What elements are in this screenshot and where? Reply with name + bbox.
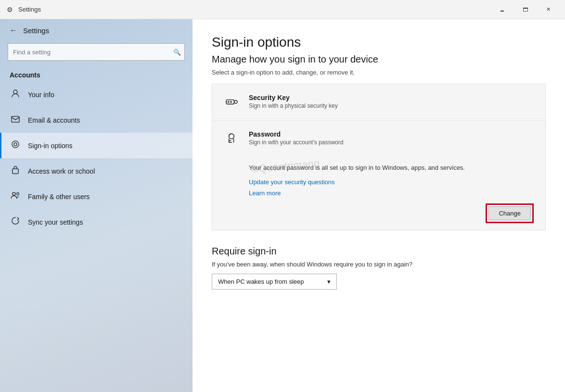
password-title: Password bbox=[249, 130, 343, 138]
maximize-button[interactable]: 🗖 bbox=[514, 2, 536, 17]
security-key-text: Security Key Sign in with a physical sec… bbox=[249, 94, 338, 109]
titlebar-controls: 🗕 🗖 ✕ bbox=[491, 2, 559, 17]
minimize-button[interactable]: 🗕 bbox=[491, 2, 513, 17]
sidebar-back-button[interactable]: ← Settings bbox=[0, 19, 193, 41]
search-input[interactable] bbox=[8, 43, 185, 61]
app-container: ← Settings 🔍 Accounts Your info bbox=[0, 19, 565, 392]
settings-window-icon: ⚙ bbox=[6, 6, 13, 13]
svg-point-5 bbox=[13, 192, 15, 195]
security-key-icon bbox=[222, 92, 241, 111]
learn-more-link[interactable]: Learn more bbox=[249, 190, 536, 197]
svg-rect-10 bbox=[230, 101, 232, 103]
titlebar: ⚙ Settings 🗕 🗖 ✕ bbox=[0, 0, 565, 19]
sidebar-section-title: Accounts bbox=[0, 64, 193, 82]
svg-rect-4 bbox=[13, 169, 18, 174]
family-users-icon bbox=[10, 190, 21, 202]
password-text: Password Sign in with your account's pas… bbox=[249, 130, 343, 146]
page-title: Sign-in options bbox=[212, 35, 546, 50]
sidebar-search-container: 🔍 bbox=[8, 43, 185, 61]
manage-title: Manage how you sign in to your device bbox=[212, 54, 546, 65]
sleep-dropdown[interactable]: When PC wakes up from sleep ▾ bbox=[212, 274, 337, 290]
svg-rect-1 bbox=[12, 116, 19, 122]
main-content: Sign-in options Manage how you sign in t… bbox=[193, 19, 565, 392]
sidebar-item-your-info-label: Your info bbox=[28, 91, 54, 99]
change-button[interactable]: Change bbox=[488, 206, 531, 220]
security-key-subtitle: Sign in with a physical security key bbox=[249, 102, 338, 109]
sidebar-item-your-info[interactable]: Your info bbox=[0, 82, 193, 107]
password-expanded: Your account password is all set up to s… bbox=[212, 155, 545, 230]
search-icon[interactable]: 🔍 bbox=[173, 49, 181, 56]
sign-in-options-icon bbox=[10, 139, 21, 152]
svg-point-0 bbox=[13, 90, 17, 94]
svg-rect-9 bbox=[228, 101, 230, 103]
sleep-dropdown-value: When PC wakes up from sleep bbox=[218, 278, 304, 285]
svg-point-3 bbox=[12, 141, 19, 148]
access-work-icon bbox=[10, 165, 21, 177]
sidebar-item-sign-in-options-label: Sign-in options bbox=[28, 142, 73, 150]
close-button[interactable]: ✕ bbox=[537, 2, 559, 17]
sync-settings-icon bbox=[10, 216, 21, 228]
password-icon bbox=[222, 128, 241, 148]
require-signin-section: Require sign-in If you've been away, whe… bbox=[212, 246, 546, 290]
sidebar-item-sync-settings-label: Sync your settings bbox=[28, 218, 83, 226]
sidebar-item-family-users-label: Family & other users bbox=[28, 193, 90, 201]
sidebar-item-sign-in-options[interactable]: Sign-in options bbox=[0, 133, 193, 158]
titlebar-title: Settings bbox=[18, 6, 41, 13]
titlebar-left: ⚙ Settings bbox=[6, 6, 41, 13]
sidebar-item-email-accounts[interactable]: Email & accounts bbox=[0, 107, 193, 133]
password-subtitle: Sign in with your account's password bbox=[249, 139, 343, 146]
password-header[interactable]: Password Sign in with your account's pas… bbox=[212, 121, 545, 155]
sidebar-app-title: Settings bbox=[23, 26, 49, 35]
svg-point-6 bbox=[17, 193, 19, 195]
sidebar-item-family-users[interactable]: Family & other users bbox=[0, 184, 193, 209]
sidebar-item-sync-settings[interactable]: Sync your settings bbox=[0, 209, 193, 235]
sidebar-item-access-work-label: Access work or school bbox=[28, 167, 95, 175]
back-arrow-icon: ← bbox=[10, 26, 17, 35]
select-subtitle: Select a sign-in option to add, change, … bbox=[212, 69, 546, 76]
password-option: Password Sign in with your account's pas… bbox=[212, 120, 546, 230]
svg-point-8 bbox=[234, 101, 237, 103]
sidebar-item-email-accounts-label: Email & accounts bbox=[28, 116, 80, 124]
sidebar: ← Settings 🔍 Accounts Your info bbox=[0, 19, 193, 392]
security-key-title: Security Key bbox=[249, 94, 338, 101]
password-description: Your account password is all set up to s… bbox=[249, 163, 536, 173]
require-signin-question: If you've been away, when should Windows… bbox=[212, 261, 546, 268]
update-security-questions-link[interactable]: Update your security questions bbox=[249, 178, 536, 186]
require-signin-title: Require sign-in bbox=[212, 246, 546, 257]
svg-point-2 bbox=[14, 143, 17, 146]
dropdown-arrow-icon: ▾ bbox=[327, 278, 331, 285]
security-key-header[interactable]: Security Key Sign in with a physical sec… bbox=[212, 84, 545, 119]
security-key-option: Security Key Sign in with a physical sec… bbox=[212, 84, 546, 119]
your-info-icon bbox=[10, 89, 21, 101]
sidebar-item-access-work[interactable]: Access work or school bbox=[0, 158, 193, 184]
email-accounts-icon bbox=[10, 114, 21, 126]
